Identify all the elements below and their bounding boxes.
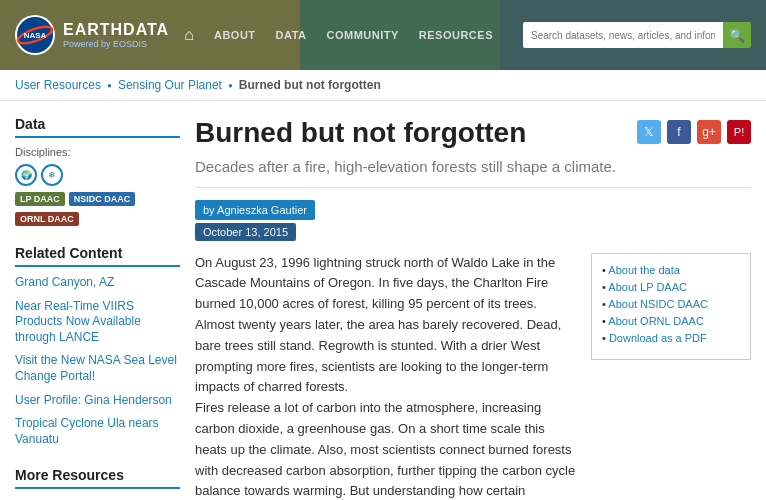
breadcrumb-user-resources[interactable]: User Resources	[15, 78, 101, 92]
badge-ornl-wrapper: ORNL DAAC	[15, 210, 180, 225]
search-button[interactable]: 🔍	[723, 22, 751, 48]
main-nav: ⌂ ABOUT DATA COMMUNITY RESOURCES 🔍	[184, 22, 751, 48]
related-link-4[interactable]: Tropical Cyclone Ula nears Vanuatu	[15, 416, 180, 447]
disciplines-label: Disciplines:	[15, 146, 180, 158]
list-item: Near Real-Time VIIRS Products Now Availa…	[15, 299, 180, 346]
info-link-3[interactable]: About ORNL DAAC	[608, 315, 704, 327]
more-resources-title: More Resources	[15, 467, 180, 489]
list-item: Tropical Cyclone Ula nears Vanuatu	[15, 416, 180, 447]
sidebar: Data Disciplines: 🌍 ❄ LP DAAC NSIDC DAAC…	[15, 116, 180, 500]
info-link-4[interactable]: Download as a PDF	[609, 332, 707, 344]
related-link-2[interactable]: Visit the New NASA Sea Level Change Port…	[15, 353, 180, 384]
sidebar-data-section: Data Disciplines: 🌍 ❄ LP DAAC NSIDC DAAC…	[15, 116, 180, 225]
badge-nsidc-daac[interactable]: NSIDC DAAC	[69, 192, 136, 206]
related-links-list: Grand Canyon, AZ Near Real-Time VIIRS Pr…	[15, 275, 180, 447]
related-link-0[interactable]: Grand Canyon, AZ	[15, 275, 180, 291]
info-link-1[interactable]: About LP DAAC	[608, 281, 687, 293]
discipline-icon-1[interactable]: 🌍	[15, 164, 37, 186]
sidebar-related-title: Related Content	[15, 245, 180, 267]
breadcrumb: User Resources ● Sensing Our Planet ● Bu…	[0, 70, 766, 101]
breadcrumb-current: Burned but not forgotten	[239, 78, 381, 92]
search-input[interactable]	[523, 22, 723, 48]
breadcrumb-sep-2: ●	[228, 81, 233, 90]
article-author: by Agnieszka Gautier	[195, 200, 315, 220]
sidebar-data-title: Data	[15, 116, 180, 138]
discipline-badges: LP DAAC NSIDC DAAC	[15, 192, 180, 206]
nasa-logo: NASA	[15, 15, 55, 55]
article-body-text: On August 23, 1996 lightning struck nort…	[195, 253, 576, 500]
nav-about[interactable]: ABOUT	[214, 29, 256, 41]
breadcrumb-sep-1: ●	[107, 81, 112, 90]
search-bar: 🔍	[523, 22, 751, 48]
discipline-icon-2[interactable]: ❄	[41, 164, 63, 186]
list-item: About ORNL DAAC	[602, 315, 740, 327]
article-info-box: About the data About LP DAAC About NSIDC…	[591, 253, 751, 360]
info-box-links: About the data About LP DAAC About NSIDC…	[602, 264, 740, 344]
discipline-icons: 🌍 ❄	[15, 164, 180, 186]
twitter-icon[interactable]: 𝕏	[637, 120, 661, 144]
list-item: About the data	[602, 264, 740, 276]
list-item: Grand Canyon, AZ	[15, 275, 180, 291]
article-content: Burned but not forgotten 𝕏 f g+ P! Decad…	[195, 116, 751, 500]
site-header: NASA EARTHDATA Powered by EOSDIS ⌂ ABOUT…	[0, 0, 766, 70]
svg-text:NASA: NASA	[24, 31, 47, 40]
pinterest-icon[interactable]: P!	[727, 120, 751, 144]
brand-name: EARTHDATA	[63, 21, 169, 39]
info-link-2[interactable]: About NSIDC DAAC	[608, 298, 708, 310]
nasa-logo-svg: NASA	[16, 16, 54, 54]
article-columns: On August 23, 1996 lightning struck nort…	[195, 253, 751, 500]
main-container: Data Disciplines: 🌍 ❄ LP DAAC NSIDC DAAC…	[0, 101, 766, 500]
home-icon[interactable]: ⌂	[184, 26, 194, 44]
article-header-row: Burned but not forgotten 𝕏 f g+ P!	[195, 116, 751, 158]
social-icons: 𝕏 f g+ P!	[637, 120, 751, 144]
list-item: About NSIDC DAAC	[602, 298, 740, 310]
list-item: Visit the New NASA Sea Level Change Port…	[15, 353, 180, 384]
sidebar-more-section: More Resources	[15, 467, 180, 489]
nav-data[interactable]: DATA	[276, 29, 307, 41]
header-logo-area: NASA EARTHDATA Powered by EOSDIS	[15, 15, 169, 55]
article-paragraph-2: Fires release a lot of carbon into the a…	[195, 398, 576, 500]
badge-ornl-daac[interactable]: ORNL DAAC	[15, 212, 79, 226]
list-item: About LP DAAC	[602, 281, 740, 293]
list-item: Download as a PDF	[602, 332, 740, 344]
nav-resources[interactable]: RESOURCES	[419, 29, 493, 41]
nav-community[interactable]: COMMUNITY	[326, 29, 398, 41]
sidebar-related-section: Related Content Grand Canyon, AZ Near Re…	[15, 245, 180, 447]
breadcrumb-sensing[interactable]: Sensing Our Planet	[118, 78, 222, 92]
facebook-icon[interactable]: f	[667, 120, 691, 144]
article-title: Burned but not forgotten	[195, 116, 526, 150]
brand-sub: Powered by EOSDIS	[63, 39, 169, 49]
info-link-0[interactable]: About the data	[608, 264, 680, 276]
googleplus-icon[interactable]: g+	[697, 120, 721, 144]
article-subtitle: Decades after a fire, high-elevation for…	[195, 158, 751, 188]
article-date: October 13, 2015	[195, 223, 296, 241]
brand-text: EARTHDATA Powered by EOSDIS	[63, 21, 169, 49]
related-link-1[interactable]: Near Real-Time VIIRS Products Now Availa…	[15, 299, 180, 346]
related-link-3[interactable]: User Profile: Gina Henderson	[15, 393, 180, 409]
badge-lp-daac[interactable]: LP DAAC	[15, 192, 65, 206]
list-item: User Profile: Gina Henderson	[15, 393, 180, 409]
article-paragraph-1: On August 23, 1996 lightning struck nort…	[195, 253, 576, 399]
